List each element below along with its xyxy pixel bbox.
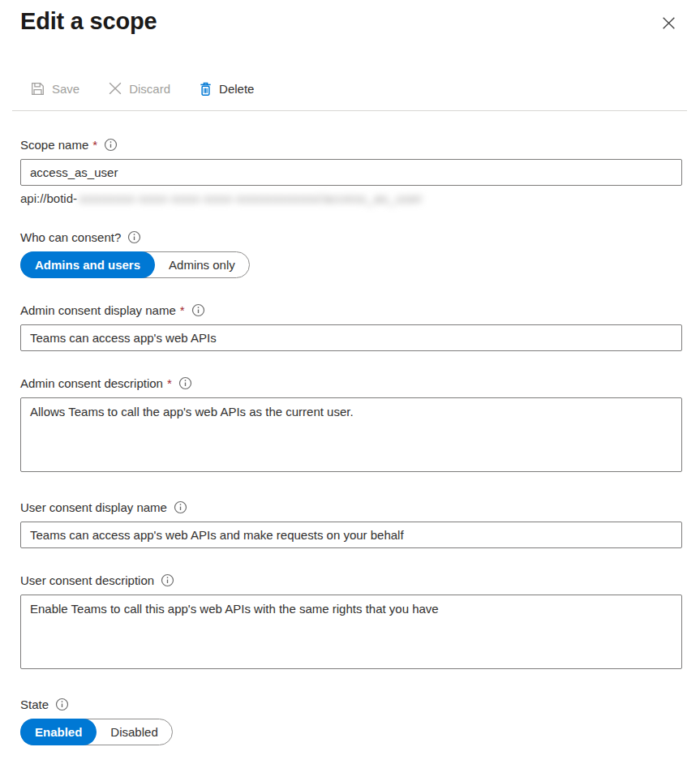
user-consent-description-field: User consent description Enable Teams to… [20, 573, 682, 672]
discard-button[interactable]: Discard [109, 82, 170, 96]
admin-consent-description-input[interactable]: Allows Teams to call the app's web APIs … [20, 397, 682, 472]
page-title: Edit a scope [20, 8, 157, 35]
info-icon[interactable] [174, 500, 187, 514]
info-icon[interactable] [55, 698, 69, 711]
command-bar: Save Discard Delete [31, 75, 700, 101]
save-label: Save [52, 82, 79, 96]
discard-label: Discard [129, 82, 170, 96]
admin-consent-display-name-label: Admin consent display name [20, 303, 176, 317]
close-button[interactable] [657, 11, 681, 35]
state-toggle: Enabled Disabled [20, 719, 173, 745]
scope-name-input[interactable] [20, 159, 682, 186]
scope-name-label: Scope name [20, 138, 88, 152]
admin-consent-description-field: Admin consent description * Allows Teams… [20, 376, 682, 475]
required-asterisk: * [92, 138, 97, 152]
panel-header: Edit a scope [0, 0, 700, 35]
user-consent-description-input[interactable]: Enable Teams to call this app's web APIs… [20, 595, 682, 669]
who-can-consent-toggle: Admins and users Admins only [20, 251, 250, 278]
toggle-option-admins-and-users[interactable]: Admins and users [20, 251, 155, 278]
app-id-uri-prefix: api://botid- [20, 191, 77, 205]
info-icon[interactable] [178, 376, 192, 390]
toggle-option-admins-only[interactable]: Admins only [155, 252, 249, 277]
user-consent-display-name-field: User consent display name [20, 500, 682, 548]
admin-consent-display-name-input[interactable] [20, 324, 682, 351]
info-icon[interactable] [191, 303, 205, 317]
user-consent-display-name-input[interactable] [20, 522, 682, 548]
delete-button[interactable]: Delete [200, 82, 254, 96]
save-icon [31, 82, 45, 96]
user-consent-display-name-label: User consent display name [20, 500, 167, 514]
form-content: Scope name * api://botid- xxxxxxxx-xxxx-… [0, 138, 700, 745]
required-asterisk: * [180, 303, 185, 317]
state-label: State [20, 698, 49, 711]
info-icon[interactable] [161, 573, 174, 587]
info-icon[interactable] [104, 138, 118, 152]
discard-icon [109, 82, 122, 95]
admin-consent-display-name-field: Admin consent display name * [20, 303, 682, 351]
app-id-uri-redacted: xxxxxxxx-xxxx-xxxx-xxxx-xxxxxxxxxxxx/acc… [79, 191, 423, 205]
delete-icon [200, 82, 212, 96]
save-button[interactable]: Save [31, 82, 79, 96]
delete-label: Delete [219, 82, 254, 96]
app-id-uri: api://botid- xxxxxxxx-xxxx-xxxx-xxxx-xxx… [20, 191, 682, 205]
edit-scope-panel: Edit a scope Save Discard [0, 0, 700, 777]
info-icon[interactable] [127, 230, 141, 244]
who-can-consent-label: Who can consent? [20, 230, 121, 244]
scope-name-field: Scope name * api://botid- xxxxxxxx-xxxx-… [20, 138, 682, 205]
toggle-option-enabled[interactable]: Enabled [20, 719, 97, 745]
toolbar-divider [12, 110, 687, 111]
admin-consent-description-label: Admin consent description [20, 376, 163, 390]
state-field: State Enabled Disabled [20, 698, 682, 745]
who-can-consent-field: Who can consent? Admins and users Admins… [20, 230, 682, 278]
close-icon [660, 22, 677, 34]
required-asterisk: * [167, 376, 172, 390]
user-consent-description-label: User consent description [20, 573, 154, 587]
toggle-option-disabled[interactable]: Disabled [97, 719, 171, 745]
